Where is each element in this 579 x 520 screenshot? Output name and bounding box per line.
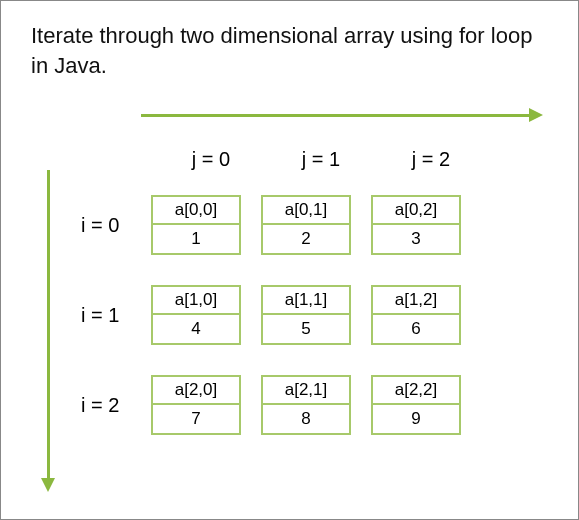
cell-value: 6: [373, 315, 459, 343]
array-cell: a[2,0] 7: [151, 375, 241, 435]
arrow-line: [47, 170, 50, 480]
array-cell: a[0,1] 2: [261, 195, 351, 255]
grid-row: i = 1 a[1,0] 4 a[1,1] 5 a[1,2] 6: [81, 285, 461, 345]
cell-index: a[2,0]: [153, 377, 239, 405]
row-cells: a[1,0] 4 a[1,1] 5 a[1,2] 6: [151, 285, 461, 345]
cell-index: a[0,1]: [263, 197, 349, 225]
cell-value: 1: [153, 225, 239, 253]
cell-value: 5: [263, 315, 349, 343]
row-header: i = 1: [81, 304, 151, 327]
row-cells: a[2,0] 7 a[2,1] 8 a[2,2] 9: [151, 375, 461, 435]
row-cells: a[0,0] 1 a[0,1] 2 a[0,2] 3: [151, 195, 461, 255]
row-header: i = 2: [81, 394, 151, 417]
diagram-frame: Iterate through two dimensional array us…: [0, 0, 579, 520]
array-grid: i = 0 a[0,0] 1 a[0,1] 2 a[0,2] 3: [81, 195, 461, 465]
row-header: i = 0: [81, 214, 151, 237]
cell-index: a[0,0]: [153, 197, 239, 225]
j-axis-arrow: [141, 108, 541, 122]
array-cell: a[1,0] 4: [151, 285, 241, 345]
col-header: j = 0: [181, 148, 241, 171]
column-headers: j = 0 j = 1 j = 2: [181, 148, 461, 171]
col-header: j = 1: [291, 148, 351, 171]
array-cell: a[2,1] 8: [261, 375, 351, 435]
cell-index: a[2,2]: [373, 377, 459, 405]
array-cell: a[2,2] 9: [371, 375, 461, 435]
diagram-title: Iterate through two dimensional array us…: [31, 21, 548, 80]
cell-value: 8: [263, 405, 349, 433]
cell-value: 2: [263, 225, 349, 253]
array-cell: a[1,2] 6: [371, 285, 461, 345]
cell-value: 9: [373, 405, 459, 433]
array-cell: a[0,2] 3: [371, 195, 461, 255]
cell-index: a[1,2]: [373, 287, 459, 315]
i-axis-arrow: [41, 170, 55, 490]
cell-index: a[0,2]: [373, 197, 459, 225]
arrow-head-icon: [529, 108, 543, 122]
cell-value: 4: [153, 315, 239, 343]
col-header: j = 2: [401, 148, 461, 171]
cell-index: a[2,1]: [263, 377, 349, 405]
grid-row: i = 2 a[2,0] 7 a[2,1] 8 a[2,2] 9: [81, 375, 461, 435]
cell-value: 7: [153, 405, 239, 433]
cell-index: a[1,0]: [153, 287, 239, 315]
grid-row: i = 0 a[0,0] 1 a[0,1] 2 a[0,2] 3: [81, 195, 461, 255]
arrow-line: [141, 114, 531, 117]
array-cell: a[1,1] 5: [261, 285, 351, 345]
cell-value: 3: [373, 225, 459, 253]
arrow-head-icon: [41, 478, 55, 492]
cell-index: a[1,1]: [263, 287, 349, 315]
array-cell: a[0,0] 1: [151, 195, 241, 255]
